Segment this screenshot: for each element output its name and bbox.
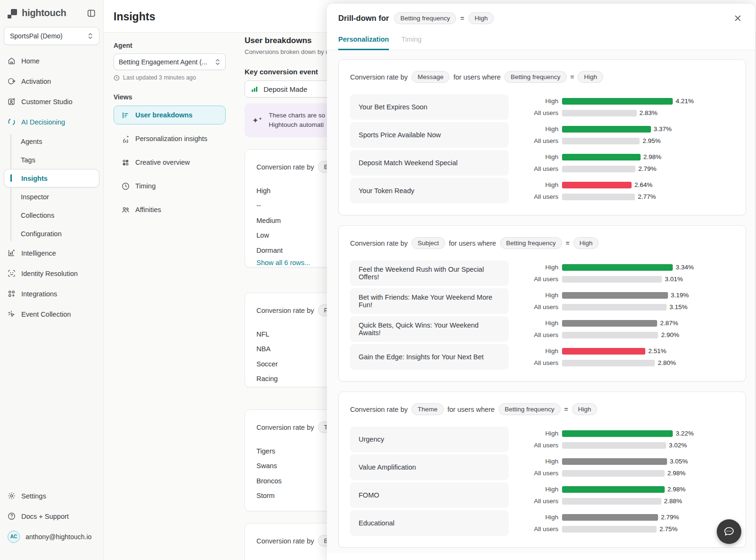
- all-users-bar: [562, 304, 667, 311]
- metric-row: Educational High2.79% All users2.75%: [350, 510, 734, 536]
- metric-row: Your Bet Expires Soon High4.21% All user…: [350, 94, 734, 120]
- high-bar: [562, 264, 673, 271]
- view-item-personalization-insights[interactable]: Personalization insights: [114, 129, 226, 148]
- drilldown-title: Drill-down for: [338, 14, 389, 23]
- metric-label: Deposit Match Weekend Special: [350, 150, 509, 176]
- sidebar-item-agents[interactable]: Agents: [0, 132, 103, 151]
- ai-decisioning-subnav: Agents Tags Insights Inspector Collectio…: [0, 132, 103, 243]
- equals-operator: =: [564, 406, 568, 413]
- value-chip: High: [572, 403, 598, 415]
- card-title-mid: for users where: [449, 240, 496, 247]
- dimension-chip[interactable]: Message: [412, 71, 450, 83]
- high-value: 4.21%: [676, 98, 694, 105]
- sidebar-item-settings[interactable]: Settings: [0, 486, 103, 506]
- view-item-creative-overview[interactable]: Creative overview: [114, 153, 226, 172]
- sidebar-item-home[interactable]: Home: [0, 51, 103, 71]
- card-title: Conversion rate by: [256, 163, 314, 171]
- high-bar: [562, 430, 673, 437]
- series-label-all: All users: [509, 137, 562, 144]
- last-updated: Last updated 3 minutes ago: [114, 74, 226, 81]
- metric-label: Sports Price Available Now: [350, 122, 509, 148]
- sidebar-item-docs-support[interactable]: Docs + Support: [0, 506, 103, 526]
- sidebar-item-integrations[interactable]: Integrations: [0, 284, 103, 304]
- view-item-label: Personalization insights: [135, 135, 207, 142]
- dimension-chip[interactable]: Theme: [412, 403, 444, 415]
- view-item-timing[interactable]: Timing: [114, 177, 226, 196]
- series-label-high: High: [509, 98, 562, 105]
- sidebar-item-label: Insights: [21, 175, 48, 182]
- high-value: 3.22%: [676, 430, 694, 437]
- user-email: anthony@hightouch.io: [26, 533, 92, 541]
- page-title: Insights: [114, 10, 155, 23]
- sidebar-item-ai-decisioning[interactable]: AI Decisioning: [0, 112, 103, 132]
- integrations-icon: [8, 290, 16, 298]
- sidebar-footer: Settings Docs + Support AC anthony@hight…: [0, 486, 103, 547]
- card-title: Conversion rate by: [256, 537, 314, 545]
- metric-label: Feel the Weekend Rush with Our Special O…: [350, 260, 509, 286]
- sidebar-item-account[interactable]: AC anthony@hightouch.io: [0, 526, 103, 547]
- sidebar-item-customer-studio[interactable]: Customer Studio: [0, 91, 103, 112]
- sidebar-item-tags[interactable]: Tags: [0, 151, 103, 169]
- sidebar-item-collections[interactable]: Collections: [0, 206, 103, 224]
- home-icon: [8, 57, 16, 65]
- key-conversion-event-value: Deposit Made: [264, 85, 308, 93]
- sidebar-item-insights[interactable]: Insights: [4, 169, 99, 187]
- high-value: 2.51%: [648, 347, 666, 355]
- metric-row: Bet with Friends: Make Your Weekend More…: [350, 288, 734, 314]
- view-item-user-breakdowns[interactable]: User breakdowns: [114, 106, 226, 124]
- sidebar-item-activation[interactable]: Activation: [0, 71, 103, 91]
- view-item-label: Timing: [135, 182, 156, 190]
- series-label-all: All users: [509, 359, 562, 366]
- tab-timing[interactable]: Timing: [401, 36, 422, 50]
- high-bar: [562, 154, 641, 160]
- all-users-bar: [562, 138, 640, 144]
- all-users-value: 2.80%: [658, 359, 676, 366]
- sidebar-item-identity-resolution[interactable]: Identity Resolution: [0, 263, 103, 284]
- sidebar-item-label: Agents: [21, 138, 42, 145]
- series-label-all: All users: [509, 276, 562, 283]
- bar-chart-icon: [251, 85, 258, 93]
- chat-support-button[interactable]: [717, 519, 741, 544]
- sidebar-item-label: Tags: [21, 156, 35, 164]
- all-users-value: 2.90%: [661, 331, 679, 338]
- series-label-all: All users: [509, 165, 562, 172]
- metric-label: FOMO: [350, 482, 509, 508]
- collapse-sidebar-icon[interactable]: [87, 9, 96, 18]
- metric-row: Value Amplification High3.05% All users2…: [350, 454, 734, 480]
- view-item-affinities[interactable]: Affinities: [114, 200, 226, 219]
- insights-controls: Agent Betting Engagement Agent (... Last…: [114, 32, 226, 219]
- conversion-card-theme: Conversion rate by Theme for users where…: [338, 391, 746, 548]
- agent-selector[interactable]: Betting Engagement Agent (...: [114, 53, 226, 70]
- high-bar: [562, 486, 665, 493]
- ai-decisioning-icon: [8, 118, 16, 126]
- card-title-mid: for users where: [453, 73, 501, 81]
- high-bar: [562, 98, 673, 105]
- sidebar-item-inspector[interactable]: Inspector: [0, 187, 103, 206]
- series-label-high: High: [509, 292, 562, 299]
- sidebar-item-event-collection[interactable]: Event Collection: [0, 304, 103, 324]
- avatar: AC: [8, 531, 20, 543]
- all-users-value: 3.01%: [665, 276, 683, 283]
- sidebar-item-intelligence[interactable]: Intelligence: [0, 243, 103, 263]
- filter-chip: Betting frequency: [504, 71, 566, 83]
- all-users-bar: [562, 194, 635, 200]
- last-updated-text: Last updated 3 minutes ago: [123, 74, 196, 81]
- dimension-chip[interactable]: Subject: [412, 237, 445, 249]
- all-users-value: 2.83%: [640, 109, 658, 116]
- close-icon[interactable]: [732, 12, 744, 24]
- sidebar-item-label: AI Decisioning: [21, 118, 65, 126]
- metric-label: Your Token Ready: [350, 178, 509, 204]
- metric-label: Quick Bets, Quick Wins: Your Weekend Awa…: [350, 316, 509, 342]
- series-label-all: All users: [509, 303, 562, 311]
- tab-personalization[interactable]: Personalization: [338, 36, 389, 50]
- series-label-high: High: [509, 320, 562, 327]
- sidebar-item-configuration[interactable]: Configuration: [0, 224, 103, 243]
- filter-chip: Betting frequency: [394, 12, 456, 24]
- high-value: 2.98%: [643, 153, 661, 160]
- all-users-bar: [562, 526, 657, 533]
- all-users-value: 2.88%: [664, 498, 682, 505]
- sidebar: hightouch SportsPal (Demo) Home Activati…: [0, 0, 104, 560]
- series-label-high: High: [509, 181, 562, 188]
- workspace-selector[interactable]: SportsPal (Demo): [4, 27, 99, 45]
- card-title: Conversion rate by: [350, 240, 408, 247]
